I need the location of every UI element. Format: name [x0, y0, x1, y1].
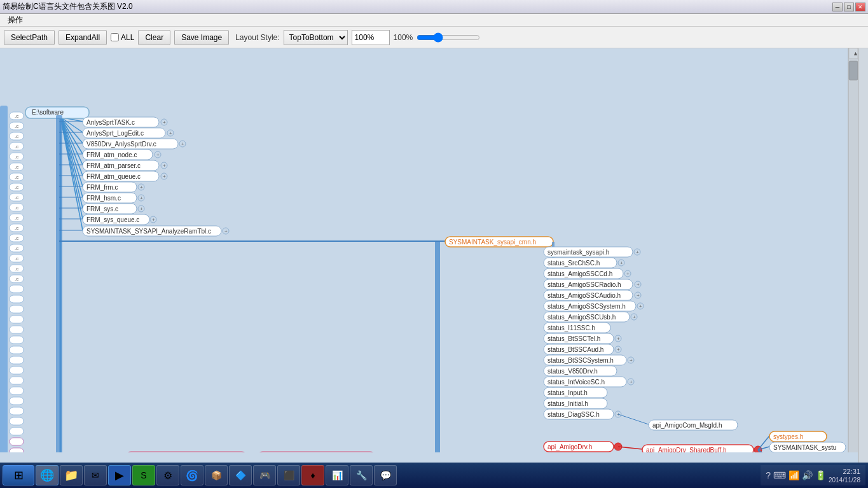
svg-text:+: +	[639, 303, 642, 309]
save-image-button[interactable]: Save Image	[174, 30, 229, 45]
svg-rect-33	[10, 305, 24, 313]
zoom-input[interactable]	[352, 30, 390, 45]
svg-text:.c: .c	[15, 164, 18, 170]
taskbar-app-5[interactable]: 📦	[205, 465, 228, 485]
svg-rect-13	[0, 106, 8, 452]
svg-text:+: +	[163, 174, 166, 179]
graph-svg: .c .c .c .c .c .c .c .c .c .c .c .c .c .…	[0, 48, 858, 452]
clock: 22:31 2014/11/28	[829, 467, 860, 483]
close-button[interactable]: ✕	[855, 3, 865, 11]
start-button[interactable]: ⊞	[3, 465, 34, 485]
taskbar-app-11[interactable]: 🔧	[350, 465, 373, 485]
svg-rect-257	[849, 61, 858, 80]
taskbar-app-10[interactable]: 📊	[326, 465, 348, 485]
svg-text:sysmaintask_sysapi.h: sysmaintask_sysapi.h	[548, 249, 609, 256]
taskbar-app-8[interactable]: ⬛	[277, 465, 300, 485]
svg-text:+: +	[626, 271, 630, 277]
menu-item-operations[interactable]: 操作	[3, 15, 28, 25]
svg-rect-38	[10, 356, 24, 364]
canvas-area[interactable]: .c .c .c .c .c .c .c .c .c .c .c .c .c .…	[0, 48, 868, 463]
svg-text:.c: .c	[15, 174, 18, 180]
svg-text:.c: .c	[15, 276, 18, 282]
svg-text:status_BtSSCTel.h: status_BtSSCTel.h	[548, 335, 600, 342]
zoom-slider[interactable]	[417, 32, 480, 43]
svg-text:status_AmigoSSCUsb.h: status_AmigoSSCUsb.h	[548, 314, 616, 321]
taskbar-app-email[interactable]: ✉	[84, 465, 107, 485]
svg-text:status_SrcChSC.h: status_SrcChSC.h	[548, 260, 600, 267]
svg-rect-39	[10, 366, 24, 374]
svg-text:status_AmigoSSCCd.h: status_AmigoSSCCd.h	[548, 270, 612, 277]
expand-all-button[interactable]: ExpandAll	[59, 30, 107, 45]
taskbar-app-7[interactable]: 🎮	[253, 465, 276, 485]
systray-icon-3[interactable]: 📶	[789, 470, 799, 480]
systray-icon-2[interactable]: ⌨	[773, 470, 786, 480]
systray-icon-5[interactable]: 🔋	[815, 470, 826, 480]
svg-rect-46	[10, 438, 24, 445]
all-checkbox[interactable]	[111, 33, 119, 41]
svg-rect-43	[10, 407, 24, 415]
svg-rect-40	[10, 377, 24, 384]
systray-icon-1[interactable]: ?	[766, 470, 771, 480]
taskbar: ⊞ 🌐 📁 ✉ ▶ S ⚙ 🌀 📦 🔷 🎮 ⬛ ♦ 📊 🔧 💬 ? ⌨ 📶 🔊 …	[0, 463, 868, 488]
maximize-button[interactable]: □	[844, 3, 854, 11]
taskbar-app-2[interactable]: S	[132, 465, 155, 485]
minimize-button[interactable]: ─	[832, 3, 843, 11]
svg-text:+: +	[181, 141, 184, 147]
all-checkbox-container: ALL	[111, 33, 134, 42]
select-path-button[interactable]: SelectPath	[4, 30, 55, 45]
svg-text:+: +	[620, 260, 623, 266]
svg-rect-0	[0, 48, 858, 452]
svg-text:+: +	[630, 379, 633, 385]
taskbar-app-folder[interactable]: 📁	[60, 465, 83, 485]
svg-text:status_Input.h: status_Input.h	[548, 389, 588, 396]
svg-rect-35	[10, 326, 24, 333]
svg-text:FRM_atm_queue.c: FRM_atm_queue.c	[86, 173, 141, 180]
taskbar-app-6[interactable]: 🔷	[229, 465, 252, 485]
svg-text:+: +	[637, 282, 640, 288]
clear-button[interactable]: Clear	[138, 30, 170, 45]
svg-text:.c: .c	[15, 215, 18, 221]
time-display: 22:31	[829, 467, 860, 476]
svg-text:status_DiagSSC.h: status_DiagSSC.h	[548, 411, 600, 418]
svg-rect-214	[258, 452, 375, 452]
taskbar-app-4[interactable]: 🌀	[181, 465, 203, 485]
svg-text:+: +	[163, 163, 166, 169]
svg-rect-37	[10, 346, 24, 354]
svg-text:+: +	[140, 195, 143, 201]
svg-text:+: +	[636, 249, 639, 255]
svg-text:status_IntVoiceSC.h: status_IntVoiceSC.h	[548, 379, 605, 386]
layout-style-label: Layout Style:	[235, 33, 279, 42]
svg-text:status_BtSSCSystem.h: status_BtSSCSystem.h	[548, 357, 614, 364]
svg-rect-42	[10, 397, 24, 405]
taskbar-app-ie[interactable]: 🌐	[36, 465, 59, 485]
taskbar-app-1[interactable]: ▶	[108, 465, 131, 485]
svg-text:status_BtSSCAud.h: status_BtSSCAud.h	[548, 346, 603, 353]
svg-text:status_AmigoSSCRadio.h: status_AmigoSSCRadio.h	[548, 281, 621, 288]
svg-text:.c: .c	[15, 113, 18, 119]
svg-text:FRM_hsm.c: FRM_hsm.c	[86, 195, 121, 202]
svg-text:+: +	[163, 120, 166, 125]
taskbar-app-12[interactable]: 💬	[374, 465, 397, 485]
svg-text:▲: ▲	[853, 50, 858, 57]
taskbar-app-3[interactable]: ⚙	[156, 465, 179, 485]
svg-text:.c: .c	[15, 256, 18, 261]
svg-rect-209	[126, 452, 247, 452]
svg-text:AnlysSprt_LogEdit.c: AnlysSprt_LogEdit.c	[86, 130, 144, 137]
svg-text:FRM_atm_node.c: FRM_atm_node.c	[86, 151, 137, 158]
zoom-label: 100%	[394, 33, 413, 42]
svg-text:.c: .c	[15, 134, 18, 139]
svg-text:status_AmigoSSCAudio.h: status_AmigoSSCAudio.h	[548, 292, 621, 299]
svg-text:AnlysSprtTASK.c: AnlysSprtTASK.c	[86, 119, 135, 126]
systray-icon-4[interactable]: 🔊	[802, 470, 813, 480]
svg-text:+: +	[617, 347, 620, 352]
svg-text:.c: .c	[15, 266, 18, 272]
svg-text:status_V850Drv.h: status_V850Drv.h	[548, 368, 598, 375]
toolbar: SelectPath ExpandAll ALL Clear Save Imag…	[0, 27, 868, 48]
svg-text:+: +	[140, 185, 143, 190]
layout-style-select[interactable]: TopToBottom	[284, 30, 348, 45]
svg-rect-32	[10, 295, 24, 303]
svg-text:.c: .c	[15, 246, 18, 251]
svg-text:status_Initial.h: status_Initial.h	[548, 400, 588, 407]
vertical-scrollbar[interactable]	[858, 48, 868, 463]
taskbar-app-9[interactable]: ♦	[301, 465, 324, 485]
